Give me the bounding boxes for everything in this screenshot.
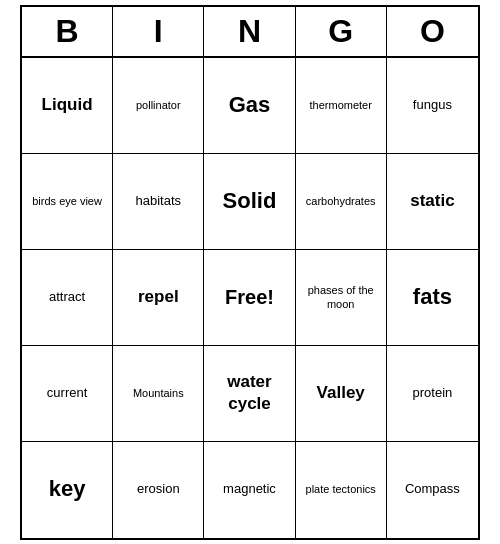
bingo-cell: static xyxy=(387,154,478,250)
bingo-cell: fats xyxy=(387,250,478,346)
bingo-cell: magnetic xyxy=(204,442,295,538)
bingo-cell: carbohydrates xyxy=(296,154,387,250)
header-letter: O xyxy=(387,7,478,56)
bingo-cell: Solid xyxy=(204,154,295,250)
bingo-cell: phases of the moon xyxy=(296,250,387,346)
bingo-cell: Compass xyxy=(387,442,478,538)
header-letter: B xyxy=(22,7,113,56)
header-letter: I xyxy=(113,7,204,56)
bingo-cell: attract xyxy=(22,250,113,346)
bingo-cell: current xyxy=(22,346,113,442)
bingo-cell: Mountains xyxy=(113,346,204,442)
bingo-cell: Valley xyxy=(296,346,387,442)
bingo-cell: repel xyxy=(113,250,204,346)
header-letter: N xyxy=(204,7,295,56)
bingo-cell: protein xyxy=(387,346,478,442)
bingo-cell: pollinator xyxy=(113,58,204,154)
bingo-cell: thermometer xyxy=(296,58,387,154)
bingo-cell: habitats xyxy=(113,154,204,250)
bingo-cell: Gas xyxy=(204,58,295,154)
bingo-cell: plate tectonics xyxy=(296,442,387,538)
bingo-cell: erosion xyxy=(113,442,204,538)
bingo-cell: key xyxy=(22,442,113,538)
bingo-cell: fungus xyxy=(387,58,478,154)
bingo-cell: water cycle xyxy=(204,346,295,442)
bingo-header: BINGO xyxy=(22,7,478,58)
header-letter: G xyxy=(296,7,387,56)
bingo-cell: Free! xyxy=(204,250,295,346)
bingo-cell: Liquid xyxy=(22,58,113,154)
bingo-card: BINGO LiquidpollinatorGasthermometerfung… xyxy=(20,5,480,540)
bingo-grid: LiquidpollinatorGasthermometerfungusbird… xyxy=(22,58,478,538)
bingo-cell: birds eye view xyxy=(22,154,113,250)
